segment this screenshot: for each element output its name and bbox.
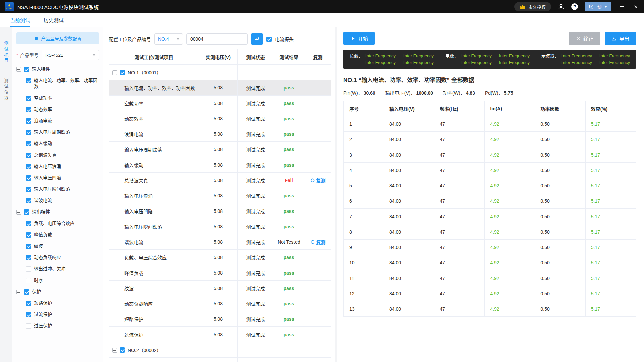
test-row[interactable]: 输入缓动5.08测试完成pass — [109, 157, 331, 173]
apply-code-button[interactable] — [251, 33, 263, 45]
close-button[interactable] — [632, 3, 639, 10]
tree-item[interactable]: 输出过冲、欠冲 — [16, 263, 99, 275]
collapse-icon[interactable] — [112, 70, 117, 75]
checkbox[interactable] — [26, 175, 31, 181]
test-row[interactable]: 输入电压凹陷5.08测试完成pass — [109, 203, 331, 219]
nav-test-items[interactable]: 测试项目 — [3, 41, 9, 64]
tree-item-label: 输入电流、功率、效率、功率因数 — [34, 78, 99, 90]
checkbox[interactable] — [26, 301, 31, 306]
checkbox[interactable] — [26, 221, 31, 226]
test-row[interactable]: 空载功率5.08测试完成pass — [109, 96, 331, 111]
product-model-label: 产品型号 — [20, 52, 38, 58]
test-row[interactable]: 过流保护5.08测试完成pass — [109, 327, 331, 342]
test-item-name: 峰值负载 — [109, 265, 199, 281]
collapse-icon[interactable] — [16, 290, 21, 294]
tree-item[interactable]: 浪涌电流 — [16, 115, 99, 127]
test-row[interactable]: 动态负载响应5.08测试完成pass — [109, 296, 331, 311]
collapse-icon[interactable] — [112, 348, 117, 353]
stop-button[interactable]: 终止 — [569, 32, 600, 45]
checkbox[interactable] — [26, 107, 31, 112]
collapse-icon[interactable] — [16, 210, 21, 215]
tree-group-label: 输出特性 — [32, 209, 99, 215]
product-model-select[interactable]: RS-4521 — [42, 50, 99, 60]
tab-current-test[interactable]: 当前测试 — [10, 13, 30, 27]
checkbox[interactable] — [26, 141, 31, 146]
tree-item[interactable]: 输入电压瞬间跌落 — [16, 184, 99, 195]
tree-item[interactable]: 过压保护 — [16, 320, 99, 332]
checkbox[interactable] — [120, 70, 125, 75]
tree-item[interactable]: 纹波 — [16, 241, 99, 252]
checkbox[interactable] — [26, 78, 31, 83]
tree-item[interactable]: 输入电流、功率、效率、功率因数 — [16, 75, 99, 93]
tree-item[interactable]: 输入电压凹陷 — [16, 172, 99, 184]
minimize-button[interactable] — [618, 3, 625, 10]
checkbox[interactable] — [120, 347, 125, 353]
column-header: 测试工位/测试项目 — [109, 49, 199, 65]
account-icon[interactable] — [558, 3, 565, 10]
checkbox[interactable] — [26, 96, 31, 101]
checkbox[interactable] — [26, 312, 31, 317]
tree-item[interactable]: 总谐波失真 — [16, 149, 99, 161]
data-title-suffix: 全部数据 — [451, 75, 474, 84]
tree-item[interactable]: 输入缓动 — [16, 138, 99, 149]
test-row[interactable]: 输入电流、功率、效率、功率因数5.08测试完成pass — [109, 80, 331, 96]
tree-item[interactable]: 输入电压周期跌落 — [16, 127, 99, 138]
station-select[interactable]: NO.4 — [154, 33, 183, 45]
tree-item[interactable]: 输入电压浪涌 — [16, 161, 99, 172]
tree-item[interactable]: 动态负载响应 — [16, 252, 99, 263]
test-row[interactable]: 短路保护5.08测试完成pass — [109, 311, 331, 327]
column-header: Iin(A) — [485, 101, 535, 116]
test-row[interactable]: 浪涌电流5.08测试完成pass — [109, 126, 331, 142]
checkbox[interactable] — [26, 198, 31, 203]
checkbox[interactable] — [26, 130, 31, 135]
checkbox[interactable] — [26, 232, 31, 238]
tree-item[interactable]: 谐波电流 — [16, 195, 99, 206]
checkbox[interactable] — [26, 164, 31, 169]
product-code-input[interactable] — [186, 33, 248, 45]
tree-item[interactable]: 时序 — [16, 275, 99, 286]
test-row[interactable]: 输入电压周期跌落5.08测试完成pass — [109, 142, 331, 157]
user-menu-button[interactable]: 张一博 — [585, 2, 611, 11]
checkbox[interactable] — [26, 244, 31, 249]
tree-item[interactable]: 峰值负载 — [16, 229, 99, 241]
test-row[interactable]: 动态效率5.08测试完成pass — [109, 111, 331, 126]
test-panel[interactable]: 配置工位及产品编号 NO.4 电流探头 测试工位/测试项目 实测电压(V) 测试… — [103, 27, 335, 362]
retest-button[interactable]: 复测 — [310, 239, 326, 245]
product-config-button[interactable]: 产品型号及参数配置 — [16, 32, 99, 44]
tree-group[interactable]: 输出特性 — [16, 206, 99, 218]
retest-button[interactable]: 复测 — [310, 177, 326, 184]
checkbox[interactable] — [26, 118, 31, 124]
collapse-icon[interactable] — [16, 67, 21, 72]
tree-item[interactable]: 过流保护 — [16, 309, 99, 320]
tree-item[interactable]: 短路保护 — [16, 298, 99, 309]
tab-history-test[interactable]: 历史测试 — [44, 13, 64, 27]
test-row[interactable]: 总谐波失真5.08测试完成Fail复测 — [109, 173, 331, 188]
test-row[interactable]: 输入电压瞬间跌落5.08测试完成pass — [109, 219, 331, 234]
test-row[interactable]: 峰值负载5.08测试完成pass — [109, 265, 331, 281]
checkbox[interactable] — [26, 266, 31, 272]
help-icon[interactable]: ? — [571, 3, 578, 10]
start-button[interactable]: 开始 — [343, 32, 375, 45]
checkbox[interactable] — [26, 187, 31, 192]
tree-item[interactable]: 动态效率 — [16, 104, 99, 115]
test-row[interactable]: 谐波电流5.08测试完成Not Tested复测 — [109, 234, 331, 250]
nav-test-instruments[interactable]: 测试仪器 — [3, 78, 9, 101]
checkbox[interactable] — [24, 289, 29, 295]
test-result: pass — [273, 219, 305, 234]
export-button[interactable]: 导出 — [605, 32, 636, 45]
test-row[interactable]: 负载、电压综合效应5.08测试完成pass — [109, 250, 331, 265]
checkbox[interactable] — [26, 153, 31, 158]
test-row[interactable]: 纹波5.08测试完成pass — [109, 281, 331, 296]
instrument-status: Inter Frequency — [403, 59, 434, 66]
checkbox[interactable] — [26, 323, 31, 329]
tree-item[interactable]: 负载、电压综合效应 — [16, 218, 99, 229]
checkbox[interactable] — [24, 67, 29, 72]
checkbox[interactable] — [26, 255, 31, 260]
checkbox[interactable] — [26, 278, 31, 283]
tree-group[interactable]: 保护 — [16, 286, 99, 298]
test-row[interactable]: 输入电压浪涌5.08测试完成pass — [109, 188, 331, 203]
tree-group[interactable]: 输入特性 — [16, 64, 99, 75]
checkbox[interactable] — [24, 209, 29, 215]
current-probe-checkbox[interactable] — [266, 37, 272, 42]
tree-item[interactable]: 空载功率 — [16, 93, 99, 104]
